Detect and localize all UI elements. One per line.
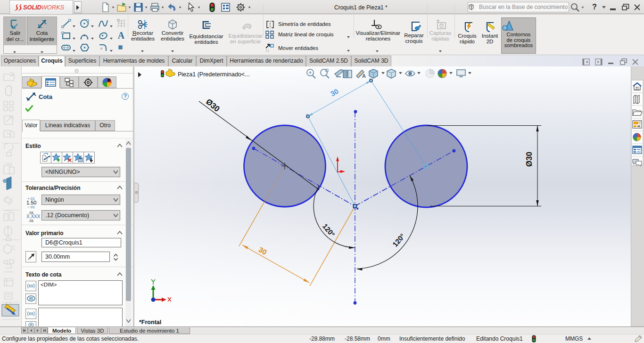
svg-text:*Frontal: *Frontal xyxy=(139,319,161,326)
svg-text:30: 30 xyxy=(257,245,268,256)
svg-text:120°: 120° xyxy=(391,232,406,248)
svg-text:Pieza1 (Predeterminado<...: Pieza1 (Predeterminado<... xyxy=(178,71,250,78)
svg-text:A: A xyxy=(362,73,366,79)
svg-text:Ø30: Ø30 xyxy=(204,97,222,114)
svg-text:Ø30: Ø30 xyxy=(525,152,534,167)
svg-text:30: 30 xyxy=(329,87,340,98)
svg-text:120°: 120° xyxy=(321,222,337,238)
